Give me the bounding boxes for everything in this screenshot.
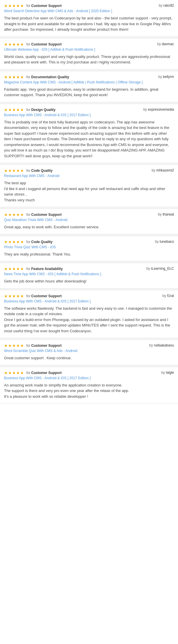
product-link[interactable]: Business App With CMS - Android & iOS [ …: [4, 299, 174, 303]
product-link[interactable]: Photo Trivia Quiz With CMS - iOS: [4, 245, 174, 249]
review-text: Great customer support . Keep continue.: [4, 355, 174, 361]
for-label: for: [26, 240, 30, 244]
review-header: ★★★★★ for Customer Supportby f1rat: [4, 294, 174, 298]
star-rating: ★★★★★: [4, 294, 24, 298]
product-link[interactable]: Restaurant App With CMS - Android: [4, 174, 174, 178]
for-label: for: [26, 108, 30, 112]
star-rating: ★★★★★: [4, 107, 24, 112]
review-author: by mhkazemi2: [152, 168, 174, 172]
product-link[interactable]: Business App With CMS - Android & iOS [ …: [4, 113, 174, 117]
review-block: ★★★★★ for Customer Supportby laigleBusin…: [0, 367, 178, 404]
review-author: by davmac: [157, 42, 174, 46]
review-block: ★★★★★ for Customer Supportby f1ratBusine…: [0, 290, 178, 338]
review-header: ★★★★★ for Customer Supportby tharwat: [4, 212, 174, 217]
username: expressivemedia: [148, 107, 174, 112]
star-rating: ★★★★★: [4, 168, 24, 173]
review-block: ★★★★★ for Feature Availabilityby iLearni…: [0, 263, 178, 289]
review-block: ★★★★★ for Documentation Qualityby kellyr…: [0, 71, 178, 102]
review-text: Gets the job done within hours after dow…: [4, 278, 174, 284]
for-label: for: [26, 294, 30, 298]
for-label: for: [26, 42, 30, 46]
star-rating: ★★★★★: [4, 240, 24, 244]
review-header-left: ★★★★★ for Code Quality: [4, 240, 53, 244]
review-category: Code Quality: [31, 240, 53, 244]
review-header-left: ★★★★★ for Customer Support: [4, 294, 62, 298]
review-category: Customer Support: [31, 4, 62, 8]
star-rating: ★★★★★: [4, 267, 24, 271]
review-category: Customer Support: [31, 294, 62, 298]
review-header-left: ★★★★★ for Customer Support: [4, 3, 62, 8]
product-link[interactable]: Word Search Detective App With CMS & Ads…: [4, 9, 174, 13]
review-block: ★★★★★ for Customer Supportby tharwatQuiz…: [0, 209, 178, 234]
username: kellyrm: [163, 75, 174, 79]
review-author: by tharwat: [158, 212, 174, 216]
review-author: by nafaakabaou: [149, 343, 174, 347]
review-text: The best product I've seen on Codecanyon…: [4, 15, 174, 32]
review-header: ★★★★★ for Code Qualityby mhkazemi2: [4, 168, 174, 173]
review-block: ★★★★★ for Design Qualityby expressivemed…: [0, 104, 178, 163]
product-link[interactable]: Ultimate Webview App - iOS [ AdMob & Pus…: [4, 48, 174, 52]
username: iLearning_ELC: [151, 267, 174, 271]
for-label: for: [26, 371, 30, 375]
review-header-left: ★★★★★ for Documentation Quality: [4, 75, 69, 79]
username: f1rat: [167, 294, 174, 298]
star-rating: ★★★★★: [4, 42, 24, 47]
review-author: by kellyrm: [158, 75, 174, 79]
review-header: ★★★★★ for Customer Supportby davmac: [4, 42, 174, 47]
review-text: The software works flawlessly. The backe…: [4, 306, 174, 334]
review-header: ★★★★★ for Documentation Qualityby kellyr…: [4, 75, 174, 79]
for-label: for: [26, 344, 30, 348]
product-link[interactable]: Quiz Marathon Trivia With CMS - Android: [4, 218, 174, 222]
review-block: ★★★★★ for Code Qualityby mhkazemi2Restau…: [0, 165, 178, 207]
review-category: Feature Availability: [31, 267, 63, 271]
product-link[interactable]: News Time App With CMS - iOS [ AdMob & P…: [4, 272, 174, 276]
review-header: ★★★★★ for Feature Availabilityby iLearni…: [4, 267, 174, 271]
review-header: ★★★★★ for Customer Supportby rako92: [4, 3, 174, 8]
review-header-left: ★★★★★ for Design Quality: [4, 107, 55, 112]
star-rating: ★★★★★: [4, 212, 24, 217]
review-header-left: ★★★★★ for Customer Support: [4, 212, 62, 217]
username: nafaakabaou: [154, 343, 174, 347]
for-label: for: [26, 169, 30, 173]
star-rating: ★★★★★: [4, 3, 24, 8]
review-author: by rako92: [159, 3, 174, 8]
review-header-left: ★★★★★ for Code Quality: [4, 168, 53, 173]
review-category: Documentation Quality: [31, 75, 69, 79]
review-category: Customer Support: [31, 42, 62, 46]
username: tunebaco: [160, 240, 174, 244]
review-category: Code Quality: [31, 169, 53, 173]
review-header-left: ★★★★★ for Customer Support: [4, 371, 62, 375]
review-author: by expressivemedia: [143, 107, 174, 112]
review-text: An amazing work made to simplify the app…: [4, 382, 174, 399]
review-block: ★★★★★ for Customer Supportby rako92Word …: [0, 0, 178, 37]
star-rating: ★★★★★: [4, 75, 24, 79]
review-category: Customer Support: [31, 344, 62, 348]
review-author: by tunebaco: [155, 240, 174, 244]
review-category: Customer Support: [31, 213, 62, 217]
review-text: World class, quality support and very hi…: [4, 54, 174, 65]
username: rako92: [163, 3, 174, 8]
for-label: for: [26, 213, 30, 217]
review-text: Great app, easy to work with. Excellent …: [4, 224, 174, 230]
review-header: ★★★★★ for Customer Supportby nafaakabaou: [4, 343, 174, 348]
review-header: ★★★★★ for Code Qualityby tunebaco: [4, 240, 174, 244]
star-rating: ★★★★★: [4, 343, 24, 348]
for-label: for: [26, 267, 30, 271]
product-link[interactable]: Business App With CMS - Android & iOS [ …: [4, 376, 174, 380]
review-header-left: ★★★★★ for Customer Support: [4, 42, 62, 47]
review-header-left: ★★★★★ for Feature Availability: [4, 267, 63, 271]
username: mhkazemi2: [156, 168, 174, 172]
review-text: The best appI'd like it and i suggest al…: [4, 180, 174, 203]
review-author: by laigle: [161, 371, 174, 375]
review-block: ★★★★★ for Customer Supportby nafaakabaou…: [0, 340, 178, 365]
review-block: ★★★★★ for Code Qualityby tunebacoPhoto T…: [0, 236, 178, 262]
review-header: ★★★★★ for Customer Supportby laigle: [4, 371, 174, 375]
for-label: for: [26, 75, 30, 79]
review-category: Design Quality: [31, 108, 55, 112]
review-author: by f1rat: [162, 294, 174, 298]
review-header-left: ★★★★★ for Customer Support: [4, 343, 62, 348]
star-rating: ★★★★★: [4, 371, 24, 375]
product-link[interactable]: Magazine Content App With CMS - Android …: [4, 80, 174, 84]
review-header: ★★★★★ for Design Qualityby expressivemed…: [4, 107, 174, 112]
product-link[interactable]: Word Scramble Quiz With CMS & Ads - Andr…: [4, 349, 174, 353]
